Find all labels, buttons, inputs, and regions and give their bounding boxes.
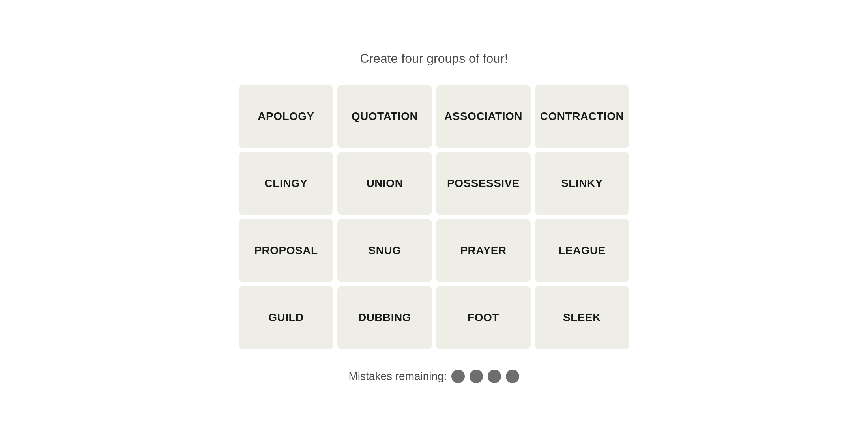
tile-label-prayer: PRAYER — [456, 240, 510, 261]
tile-league[interactable]: LEAGUE — [535, 219, 629, 282]
tile-label-clingy: CLINGY — [261, 173, 312, 194]
tile-sleek[interactable]: SLEEK — [535, 286, 629, 349]
tile-contraction[interactable]: CONTRACTION — [535, 85, 629, 148]
tile-slinky[interactable]: SLINKY — [535, 152, 629, 215]
tile-label-contraction: CONTRACTION — [536, 106, 628, 127]
tile-prayer[interactable]: PRAYER — [436, 219, 531, 282]
tile-union[interactable]: UNION — [337, 152, 432, 215]
tile-label-dubbing: DUBBING — [354, 307, 415, 328]
mistake-dot-3 — [488, 370, 501, 383]
tile-label-slinky: SLINKY — [557, 173, 607, 194]
tile-clingy[interactable]: CLINGY — [239, 152, 333, 215]
tile-foot[interactable]: FOOT — [436, 286, 531, 349]
tile-association[interactable]: ASSOCIATION — [436, 85, 531, 148]
tile-guild[interactable]: GUILD — [239, 286, 333, 349]
mistakes-dots — [451, 370, 519, 383]
tile-label-snug: SNUG — [365, 240, 405, 261]
tile-grid: APOLOGYQUOTATIONASSOCIATIONCONTRACTIONCL… — [239, 85, 629, 349]
tile-label-league: LEAGUE — [554, 240, 610, 261]
tile-possessive[interactable]: POSSESSIVE — [436, 152, 531, 215]
tile-dubbing[interactable]: DUBBING — [337, 286, 432, 349]
tile-label-possessive: POSSESSIVE — [443, 173, 524, 194]
mistake-dot-2 — [470, 370, 483, 383]
tile-label-foot: FOOT — [464, 307, 503, 328]
tile-label-association: ASSOCIATION — [440, 106, 526, 127]
mistakes-remaining-row: Mistakes remaining: — [349, 370, 520, 383]
tile-snug[interactable]: SNUG — [337, 219, 432, 282]
tile-label-union: UNION — [363, 173, 407, 194]
tile-apology[interactable]: APOLOGY — [239, 85, 333, 148]
mistake-dot-4 — [506, 370, 519, 383]
game-subtitle: Create four groups of four! — [360, 51, 508, 66]
tile-quotation[interactable]: QUOTATION — [337, 85, 432, 148]
tile-proposal[interactable]: PROPOSAL — [239, 219, 333, 282]
tile-label-sleek: SLEEK — [559, 307, 605, 328]
tile-label-quotation: QUOTATION — [348, 106, 422, 127]
tile-label-proposal: PROPOSAL — [250, 240, 322, 261]
mistake-dot-1 — [451, 370, 465, 383]
tile-label-guild: GUILD — [264, 307, 308, 328]
mistakes-label: Mistakes remaining: — [349, 370, 447, 383]
tile-label-apology: APOLOGY — [254, 106, 318, 127]
